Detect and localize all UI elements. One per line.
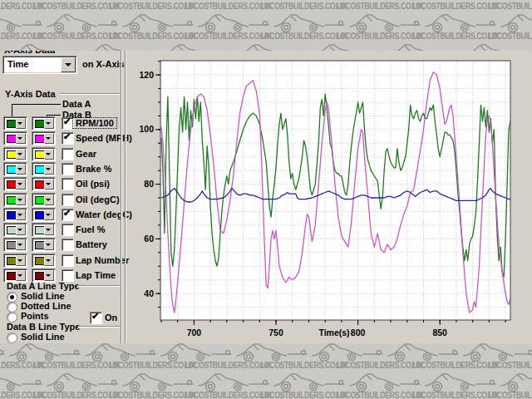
dropdown-arrow-icon[interactable]	[44, 195, 54, 205]
channel-checkbox-rpm-100[interactable]: ✔	[62, 117, 74, 130]
data-a-color-select-battery[interactable]	[3, 238, 27, 252]
data-a-color-select-water-degc[interactable]	[3, 208, 27, 222]
channel-row-water-degc: ✔Water (degC)	[0, 208, 121, 222]
channel-checkbox-speed-mph[interactable]: ✔	[62, 132, 74, 145]
dropdown-arrow-icon[interactable]	[16, 133, 26, 144]
x-tick-label: 700	[187, 328, 202, 337]
data-a-connector-line	[12, 104, 12, 117]
data-a-line-dotted-line-label: Dotted Line	[21, 301, 71, 311]
data-a-color-select-lap-number[interactable]	[3, 254, 27, 268]
y-tick-label: 40	[144, 288, 154, 298]
data-a-connector-line	[12, 104, 61, 105]
data-a-line-solid-line-label: Solid Line	[21, 291, 65, 301]
data-b-connector-line	[47, 115, 61, 116]
data-a-color-select-rpm-100[interactable]	[3, 116, 27, 131]
dropdown-arrow-icon[interactable]	[44, 255, 54, 266]
dropdown-arrow-icon[interactable]	[16, 149, 26, 160]
data-b-color-select-oil-psi[interactable]	[32, 177, 56, 191]
check-icon: ✔	[63, 131, 71, 142]
channel-checkbox-oil-psi[interactable]	[62, 178, 74, 190]
channel-checkbox-lap-time[interactable]	[62, 269, 74, 282]
channel-checkbox-brake[interactable]	[62, 163, 74, 175]
data-a-color-select-oil-degc[interactable]	[3, 193, 27, 207]
data-a-label: Data A	[62, 99, 91, 109]
data-b-line-solid-line-label: Solid Line	[21, 332, 65, 342]
data-b-color-select-lap-number[interactable]	[32, 254, 56, 268]
channel-row-rpm-100: ✔RPM/100	[0, 116, 121, 131]
telemetry-chart: 700750800850406080100120Time(s)	[127, 51, 532, 343]
dropdown-arrow-icon[interactable]	[16, 209, 26, 220]
channel-label-lap-time: Lap Time	[76, 270, 116, 280]
data-b-color-select-battery[interactable]	[32, 238, 56, 252]
datalogger-app-window: X-Axis Data Time on X-Axis Y-Axis Data D…	[0, 51, 532, 343]
channel-checkbox-fuel[interactable]	[62, 224, 74, 236]
data-a-on-checkbox[interactable]: ✔	[90, 312, 102, 324]
check-icon: ✔	[63, 116, 71, 127]
dropdown-arrow-icon[interactable]	[16, 270, 26, 281]
data-b-color-select-oil-degc[interactable]	[32, 193, 56, 207]
data-a-color-select-fuel[interactable]	[3, 223, 27, 237]
dropdown-arrow-icon[interactable]	[44, 179, 54, 190]
channel-label-oil-degc: Oil (degC)	[76, 195, 120, 204]
data-b-color-select-brake[interactable]	[32, 162, 56, 176]
y-tick-label: 60	[144, 234, 154, 244]
dropdown-arrow-icon[interactable]	[16, 239, 26, 250]
dropdown-arrow-icon[interactable]	[16, 118, 26, 129]
watermark-text-row: LOCOSTBUILDERS.CO.UKLOCOSTBUILDERS.CO.UK…	[0, 360, 532, 370]
dropdown-arrow-icon[interactable]	[44, 239, 54, 250]
watermark-text-row: LOCOSTBUILDERS.CO.UKLOCOSTBUILDERS.CO.UK…	[0, 390, 532, 399]
data-b-color-select-water-degc[interactable]	[32, 208, 56, 222]
channel-row-lap-number: Lap Number	[0, 254, 121, 268]
data-a-on-label: On	[105, 313, 117, 323]
channel-checkbox-oil-degc[interactable]	[62, 194, 74, 206]
check-icon: ✔	[91, 311, 99, 322]
data-b-color-select-fuel[interactable]	[32, 223, 56, 237]
data-a-color-select-speed-mph[interactable]	[3, 131, 27, 145]
radio-dot	[10, 295, 14, 299]
x-axis-select[interactable]: Time	[2, 56, 77, 74]
dropdown-arrow-icon[interactable]	[61, 57, 76, 72]
x-tick-label: 850	[432, 328, 447, 337]
channel-label-rpm-100: RPM/100	[73, 118, 116, 128]
group-divider	[77, 285, 121, 287]
data-a-line-points-label: Points	[21, 311, 49, 321]
page: LOCOSTBUILDERS.CO.UKLOCOSTBUILDERS.CO.UK…	[0, 0, 532, 399]
dropdown-arrow-icon[interactable]	[16, 255, 26, 266]
dropdown-arrow-icon[interactable]	[16, 224, 26, 235]
channel-row-brake: Brake %	[0, 162, 121, 176]
dropdown-arrow-icon[interactable]	[16, 195, 26, 205]
channel-row-gear: Gear	[0, 147, 121, 161]
check-icon: ✔	[63, 208, 71, 219]
data-b-line-solid-line-radio[interactable]	[7, 332, 17, 343]
dropdown-arrow-icon[interactable]	[16, 164, 26, 175]
data-a-line-type-label: Data A Line Type	[7, 281, 80, 291]
channel-checkbox-lap-number[interactable]	[62, 254, 74, 267]
dropdown-arrow-icon[interactable]	[44, 224, 54, 235]
dropdown-arrow-icon[interactable]	[44, 149, 54, 160]
dropdown-arrow-icon[interactable]	[44, 209, 54, 220]
dropdown-arrow-icon[interactable]	[44, 164, 54, 175]
data-a-color-select-gear[interactable]	[3, 147, 27, 161]
dropdown-arrow-icon[interactable]	[44, 118, 54, 129]
channel-checkbox-water-degc[interactable]: ✔	[62, 209, 74, 221]
data-b-color-select-speed-mph[interactable]	[32, 131, 56, 145]
data-a-color-select-brake[interactable]	[3, 162, 27, 176]
channel-label-battery: Battery	[76, 239, 107, 249]
x-tick-label: 800	[351, 328, 366, 337]
y-tick-label: 120	[139, 70, 154, 80]
channel-checkbox-gear[interactable]	[62, 148, 74, 160]
x-axis-data-group-label: X-Axis Data	[4, 51, 55, 55]
watermark-text-row: LOCOSTBUILDERS.CO.UKLOCOSTBUILDERS.CO.UK…	[0, 1, 532, 11]
group-divider	[78, 326, 121, 328]
channel-row-battery: Battery	[0, 238, 121, 252]
channel-label-fuel: Fuel %	[76, 224, 105, 234]
dropdown-arrow-icon[interactable]	[44, 133, 54, 144]
data-b-color-select-gear[interactable]	[32, 147, 56, 161]
channel-row-fuel: Fuel %	[0, 223, 121, 237]
data-b-color-select-rpm-100[interactable]	[32, 116, 56, 131]
dropdown-arrow-icon[interactable]	[16, 179, 26, 190]
channel-label-brake: Brake %	[76, 164, 111, 174]
channel-checkbox-battery[interactable]	[62, 239, 74, 251]
dropdown-arrow-icon[interactable]	[44, 270, 54, 281]
data-a-color-select-oil-psi[interactable]	[3, 177, 27, 191]
